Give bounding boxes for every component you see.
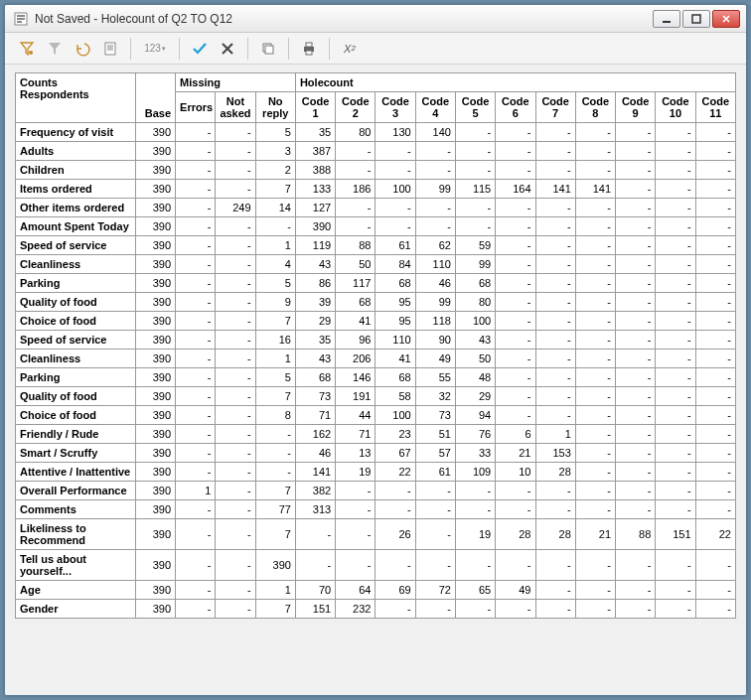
minimize-button[interactable] <box>653 10 680 28</box>
cell-code-3: 100 <box>376 180 415 199</box>
cell-code-8: - <box>575 406 615 425</box>
group-missing-header: Missing <box>176 73 296 92</box>
cell-code-10: - <box>656 199 695 217</box>
cell-code-2: 71 <box>336 425 376 444</box>
row-label: Children <box>16 161 136 180</box>
cell-code-1: 86 <box>295 274 335 293</box>
cell-code-7: 141 <box>535 180 575 199</box>
cell-code-9: - <box>616 425 656 444</box>
cell-code-10: - <box>656 350 695 368</box>
svg-rect-7 <box>105 43 115 55</box>
cell-code-11: - <box>695 161 735 180</box>
accept-icon[interactable] <box>188 37 212 61</box>
row-label: Items ordered <box>16 180 136 199</box>
cell-code-3: 95 <box>376 293 415 312</box>
cell-code-8: - <box>575 293 615 312</box>
cell-code-8: - <box>575 368 615 387</box>
cell-base: 390 <box>135 236 175 255</box>
cell-code-11: - <box>695 123 735 142</box>
cell-noreply: 7 <box>255 519 295 550</box>
cell-code-11: - <box>695 142 735 161</box>
cell-base: 390 <box>135 368 175 387</box>
cell-code-11: - <box>695 406 735 425</box>
cell-base: 390 <box>135 312 175 331</box>
cell-code-6: - <box>496 274 535 293</box>
copy-icon[interactable] <box>256 37 280 61</box>
row-label: Parking <box>16 274 136 293</box>
col-errors-header: Errors <box>176 92 216 123</box>
row-label: Cleanliness <box>16 255 136 274</box>
cell-errors: - <box>176 463 216 482</box>
cell-code-3: - <box>376 550 415 581</box>
cell-code-9: - <box>616 600 656 619</box>
cell-code-3: 100 <box>376 406 415 425</box>
filter-icon[interactable] <box>43 37 67 61</box>
cell-errors: - <box>176 274 216 293</box>
cell-code-11: - <box>695 444 735 463</box>
toolbar-separator <box>130 38 131 60</box>
cell-code-2: 13 <box>336 444 376 463</box>
col-code-7-header: Code 7 <box>535 92 575 123</box>
cell-code-8: - <box>575 123 615 142</box>
cell-code-9: - <box>616 123 656 142</box>
row-label: Speed of service <box>16 236 136 255</box>
cell-code-11: - <box>695 236 735 255</box>
close-button[interactable] <box>712 10 740 28</box>
cell-code-8: - <box>575 482 615 500</box>
cell-code-10: - <box>656 550 695 581</box>
maximize-button[interactable] <box>682 10 710 28</box>
cell-code-7: 28 <box>535 463 575 482</box>
table-row: Speed of service390--1635961109043------ <box>16 331 736 350</box>
cell-code-1: 313 <box>295 500 335 519</box>
cell-errors: - <box>176 142 216 161</box>
undo-icon[interactable] <box>71 37 94 61</box>
cell-code-9: - <box>616 236 656 255</box>
cell-code-7: - <box>535 550 575 581</box>
cell-code-10: - <box>656 444 695 463</box>
cell-noreply: 4 <box>255 255 295 274</box>
reject-icon[interactable] <box>216 37 239 61</box>
cell-noreply: 77 <box>255 500 295 519</box>
col-code-2-header: Code 2 <box>336 92 376 123</box>
cell-code-3: - <box>376 500 415 519</box>
table-row: Choice of food390--7294195118100------ <box>16 312 736 331</box>
table-row: Friendly / Rude390---1627123517661---- <box>16 425 736 444</box>
cell-code-3: 68 <box>376 368 415 387</box>
row-label: Cleanliness <box>16 350 136 368</box>
cell-code-6: 6 <box>496 425 535 444</box>
cell-code-5: - <box>455 482 495 500</box>
cell-code-10: - <box>656 293 695 312</box>
stats-icon[interactable]: X2 <box>338 37 362 61</box>
cell-code-10: - <box>656 482 695 500</box>
cell-code-11: - <box>695 500 735 519</box>
edit-filters-icon[interactable] <box>15 37 39 61</box>
cell-code-6: - <box>496 600 535 619</box>
cell-errors: - <box>176 444 216 463</box>
numeric-format-icon[interactable]: 123▾ <box>139 37 171 61</box>
cell-noreply: 7 <box>255 312 295 331</box>
cell-code-10: - <box>656 500 695 519</box>
toolbar-separator <box>329 38 330 60</box>
cell-code-7: - <box>535 331 575 350</box>
cell-code-5: 94 <box>455 406 495 425</box>
table-row: Parking390--586117684668------ <box>16 274 736 293</box>
cell-notasked: - <box>216 161 255 180</box>
cell-code-3: - <box>376 600 415 619</box>
svg-rect-2 <box>17 18 25 20</box>
print-icon[interactable] <box>297 37 321 61</box>
cell-code-3: 84 <box>376 255 415 274</box>
cell-code-10: - <box>656 236 695 255</box>
toolbar-separator <box>179 38 180 60</box>
cell-noreply: 9 <box>255 293 295 312</box>
cell-code-1: 68 <box>295 368 335 387</box>
table-row: Attentive / Inattentive390---14119226110… <box>16 463 736 482</box>
cell-code-8: - <box>575 463 615 482</box>
cell-noreply: 7 <box>255 180 295 199</box>
cell-code-10: - <box>656 274 695 293</box>
cell-code-2: 232 <box>336 600 376 619</box>
cell-code-9: - <box>616 180 656 199</box>
page-icon[interactable] <box>98 37 122 61</box>
cell-code-11: 22 <box>695 519 735 550</box>
cell-code-2: - <box>336 142 376 161</box>
cell-code-1: 388 <box>295 161 335 180</box>
